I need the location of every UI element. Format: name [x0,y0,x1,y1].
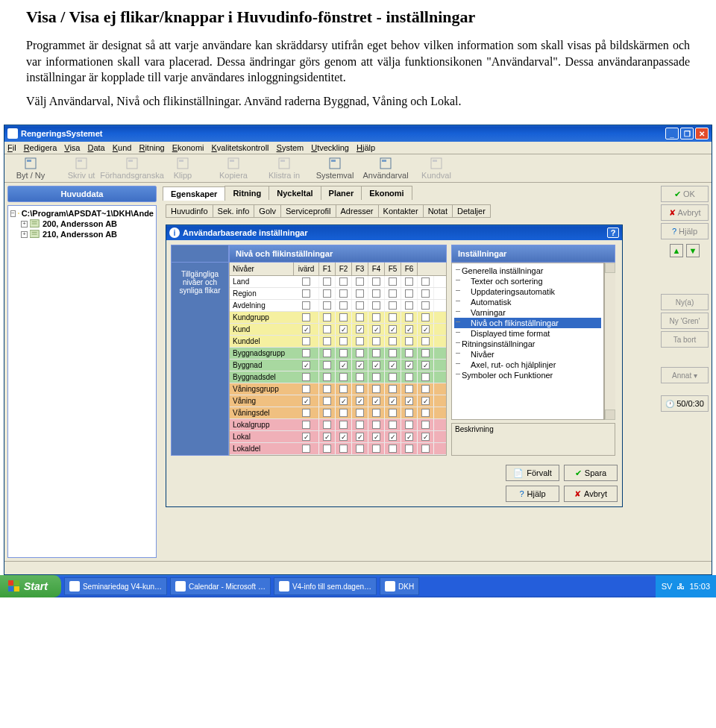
checkbox[interactable] [389,349,397,357]
checkbox[interactable] [389,289,397,298]
checkbox[interactable] [339,409,348,417]
checkbox[interactable] [302,313,310,321]
checkbox[interactable]: ✓ [389,361,397,369]
tree-item[interactable]: Automatisk [454,297,601,307]
tree-expand-icon[interactable]: + [21,231,28,238]
help-button[interactable]: ? [607,228,619,238]
tree-item[interactable]: Generella inställningar [454,266,601,276]
checkbox[interactable]: ✓ [356,325,364,333]
checkbox[interactable] [323,385,331,393]
tool-bytny[interactable]: Byt / Ny [7,157,54,180]
checkbox[interactable] [372,277,380,286]
checkbox[interactable]: ✓ [339,433,348,441]
checkbox[interactable]: ✓ [421,325,430,333]
tree-item[interactable]: Symboler och Funktioner [454,370,601,380]
taskbar-item[interactable]: V4-info till sem.dagen… [274,577,377,595]
checkbox[interactable] [389,373,397,381]
checkbox[interactable] [339,277,348,286]
up-arrow-button[interactable]: ▲ [670,244,683,257]
checkbox[interactable] [356,313,364,321]
tree-item[interactable]: 210, Andersson AB [43,230,117,239]
checkbox[interactable] [323,445,331,453]
checkbox[interactable]: ✓ [405,397,413,405]
checkbox[interactable] [356,373,364,381]
checkbox[interactable] [372,385,380,393]
tree-item[interactable]: 200, Andersson AB [43,219,117,228]
checkbox[interactable] [372,349,380,357]
menu-redigera[interactable]: Redigera [24,143,57,152]
subtab-notat[interactable]: Notat [423,204,453,218]
checkbox[interactable]: ✓ [372,397,380,405]
checkbox[interactable] [302,289,310,298]
checkbox[interactable] [323,337,331,345]
checkbox[interactable] [302,385,310,393]
tree-item[interactable]: Ritningsinställningar [454,339,601,349]
save-button[interactable]: ✔Spara [564,465,618,481]
tree-view[interactable]: − C:\Program\APSDAT~1\DKH\Ande +200, And… [7,205,157,558]
checkbox[interactable]: ✓ [339,361,348,369]
subtab-huvudinfo[interactable]: Huvudinfo [166,204,213,218]
subtab-adresser[interactable]: Adresser [336,204,379,218]
close-button[interactable]: ✕ [695,128,709,139]
checkbox[interactable] [405,445,413,453]
tab-ritning[interactable]: Ritning [224,186,269,200]
checkbox[interactable] [372,313,380,321]
tree-item[interactable]: Uppdateringsautomatik [454,286,601,297]
menu-hjälp[interactable]: Hjälp [357,143,375,152]
checkbox[interactable] [339,289,348,298]
system-tray[interactable]: SV 🖧 15:03 [656,575,716,597]
checkbox[interactable] [389,301,397,310]
checkbox[interactable] [421,421,430,429]
down-arrow-button[interactable]: ▼ [686,244,700,257]
checkbox[interactable] [372,373,380,381]
settings-tree[interactable]: Generella inställningarTexter och sorter… [451,263,604,420]
checkbox[interactable]: ✓ [372,325,380,333]
minimize-button[interactable]: _ [665,128,679,139]
tree-root[interactable]: C:\Program\APSDAT~1\DKH\Ande [22,209,154,218]
tree-item[interactable]: Varningar [454,307,601,318]
checkbox[interactable] [323,361,331,369]
checkbox[interactable] [356,409,364,417]
checkbox[interactable] [421,349,430,357]
checkbox[interactable] [356,349,364,357]
checkbox[interactable]: ✓ [421,397,430,405]
checkbox[interactable] [372,421,380,429]
checkbox[interactable] [389,445,397,453]
menu-kvalitetskontroll[interactable]: Kvalitetskontroll [212,143,269,152]
checkbox[interactable] [339,337,348,345]
menu-utveckling[interactable]: Utveckling [311,143,349,152]
checkbox[interactable] [389,313,397,321]
checkbox[interactable] [302,277,310,286]
dlg-help-button[interactable]: ?Hjälp [506,486,559,502]
subtab-sekinfo[interactable]: Sek. info [213,204,255,218]
menu-ekonomi[interactable]: Ekonomi [172,143,204,152]
subtab-golv[interactable]: Golv [254,204,281,218]
tree-item[interactable]: Axel, rut- och hjälplinjer [454,360,601,370]
checkbox[interactable]: ✓ [405,433,413,441]
tree-item[interactable]: Nivå och flikinställningar [454,318,601,328]
tree-item[interactable]: Texter och sortering [454,276,601,286]
checkbox[interactable] [302,337,310,345]
checkbox[interactable] [339,301,348,310]
checkbox[interactable] [323,301,331,310]
default-button[interactable]: 📄Förvalt [506,465,559,481]
checkbox[interactable] [356,445,364,453]
maximize-button[interactable]: ❐ [680,128,694,139]
checkbox[interactable] [302,445,310,453]
checkbox[interactable] [421,301,430,310]
checkbox[interactable]: ✓ [356,433,364,441]
checkbox[interactable] [339,373,348,381]
checkbox[interactable] [302,301,310,310]
tray-lang[interactable]: SV [662,582,673,591]
ok-button[interactable]: ✔OK [661,186,709,202]
checkbox[interactable] [339,349,348,357]
checkbox[interactable] [372,337,380,345]
checkbox[interactable]: ✓ [356,361,364,369]
checkbox[interactable] [356,421,364,429]
checkbox[interactable] [421,385,430,393]
checkbox[interactable] [421,289,430,298]
tool-systemval[interactable]: Systemval [312,157,358,180]
checkbox[interactable] [339,421,348,429]
checkbox[interactable] [356,289,364,298]
side-help-button[interactable]: ?Hjälp [661,223,709,239]
